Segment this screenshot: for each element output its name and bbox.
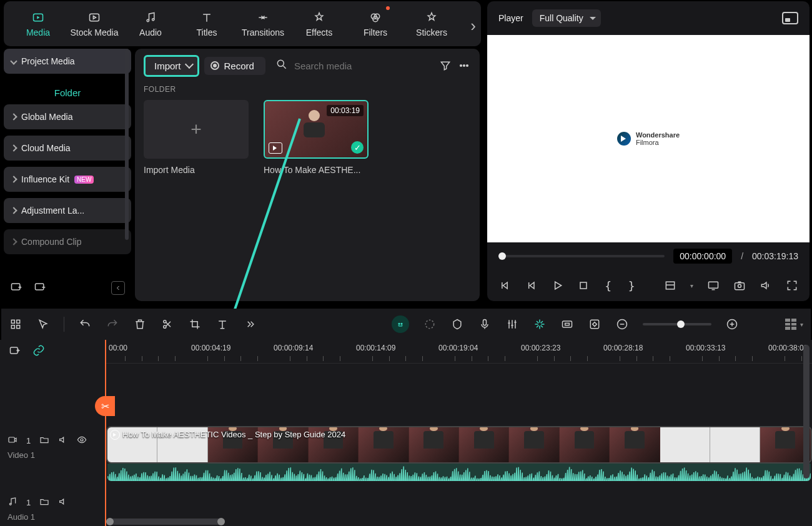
keyframe-button[interactable] — [588, 317, 602, 331]
timeline-vscrollbar[interactable] — [803, 345, 810, 479]
auto-button[interactable] — [423, 317, 437, 331]
svg-point-37 — [9, 504, 11, 505]
more-tabs[interactable]: › — [470, 16, 476, 36]
fullscreen-button[interactable] — [786, 279, 798, 292]
player-preview[interactable]: WondershareFilmora — [487, 35, 810, 242]
step-back-button[interactable] — [525, 279, 537, 292]
tab-audio[interactable]: Audio — [122, 4, 179, 44]
media-icon — [31, 10, 46, 25]
ruler-tick: 00:00:19:04 — [438, 344, 478, 352]
select-tool[interactable] — [36, 317, 50, 331]
player-progress: 00:00:00:00 / 00:03:19:13 — [487, 242, 810, 270]
mixer-button[interactable] — [505, 317, 519, 331]
remove-folder-icon[interactable] — [34, 280, 46, 295]
tab-media[interactable]: Media — [10, 4, 66, 44]
split-button[interactable] — [161, 317, 174, 331]
scissors-playhead-button[interactable]: ✂ — [95, 396, 115, 416]
mute-button[interactable] — [58, 497, 68, 509]
collapse-sidebar[interactable] — [111, 281, 125, 295]
record-button[interactable]: Record — [204, 57, 265, 75]
mic-button[interactable] — [478, 317, 492, 331]
tab-effects[interactable]: Effects — [291, 4, 347, 44]
progress-bar[interactable] — [498, 255, 665, 257]
svg-rect-19 — [11, 320, 14, 323]
sidebar-item-adjustment-layer[interactable]: Adjustment La... — [4, 198, 131, 223]
timeline-hscrollbar[interactable] — [106, 519, 225, 525]
svg-point-26 — [401, 323, 402, 324]
video-track-head: 1 Video 1 — [0, 424, 105, 471]
crop-button[interactable] — [188, 317, 202, 331]
export-frame-button[interactable] — [560, 317, 574, 331]
delete-button[interactable] — [133, 317, 147, 331]
media-clip-card[interactable]: 00:03:19 ✓ How To Make AESTHE... — [264, 100, 369, 175]
search-input[interactable] — [294, 61, 394, 71]
play-button[interactable] — [551, 279, 563, 292]
folder-icon[interactable] — [39, 435, 49, 447]
ai-assistant-button[interactable] — [392, 315, 409, 333]
svg-point-2 — [147, 19, 149, 21]
new-folder-icon[interactable] — [10, 280, 22, 295]
display-button[interactable] — [707, 279, 720, 292]
visibility-button[interactable] — [77, 435, 87, 447]
tab-stock-media[interactable]: Stock Media — [66, 4, 122, 44]
view-toggle[interactable]: ▾ — [785, 319, 803, 330]
mark-in-button[interactable]: { — [603, 279, 613, 292]
tab-label: Effects — [306, 27, 333, 37]
ruler-tick: 00:00:38:08 — [768, 344, 808, 352]
svg-point-12 — [467, 65, 468, 67]
media-toolbar: Import Record — [135, 49, 480, 82]
tracks-area[interactable]: 00:0000:00:04:1900:00:09:1400:00:14:0900… — [105, 340, 812, 526]
folder-icon[interactable] — [39, 497, 49, 509]
player-panel: Player Full Quality WondershareFilmora 0… — [487, 1, 810, 301]
chevron-down-icon[interactable]: ▾ — [690, 282, 693, 289]
mute-button[interactable] — [58, 435, 68, 447]
sidebar-item-global-media[interactable]: Global Media — [4, 104, 131, 129]
import-media-card[interactable]: + Import Media — [144, 100, 249, 175]
svg-rect-35 — [9, 437, 14, 442]
render-button[interactable] — [533, 317, 547, 331]
tab-stickers[interactable]: Stickers — [404, 4, 460, 44]
text-button[interactable] — [215, 317, 229, 331]
undo-button[interactable] — [78, 317, 92, 331]
zoom-slider[interactable] — [643, 323, 711, 325]
picture-in-picture-icon[interactable] — [782, 12, 798, 24]
zoom-in-button[interactable] — [725, 317, 739, 331]
ruler-tick: 00:00:28:18 — [603, 344, 643, 352]
time-separator: / — [741, 251, 743, 261]
filter-icon[interactable] — [438, 59, 452, 72]
ruler-tick: 00:00:04:19 — [191, 344, 230, 352]
more-tools[interactable] — [243, 317, 257, 331]
grid-tool[interactable] — [9, 317, 22, 331]
zoom-out-button[interactable] — [615, 317, 629, 331]
add-track-button[interactable] — [9, 344, 21, 359]
snapshot-button[interactable] — [733, 279, 746, 292]
tab-titles[interactable]: Titles — [179, 4, 235, 44]
redo-button[interactable] — [106, 317, 119, 331]
stickers-icon — [424, 10, 439, 25]
more-options-icon[interactable] — [457, 59, 471, 72]
import-button[interactable]: Import — [144, 55, 199, 77]
mark-out-button[interactable]: } — [627, 279, 637, 292]
marker-button[interactable] — [450, 317, 464, 331]
zoom-handle[interactable] — [677, 320, 685, 328]
progress-handle[interactable] — [498, 252, 506, 260]
sidebar-item-cloud-media[interactable]: Cloud Media — [4, 136, 131, 161]
tab-transitions[interactable]: Transitions — [235, 4, 291, 44]
sidebar-item-compound-clip[interactable]: Compound Clip — [4, 229, 131, 254]
sidebar-scrollbar[interactable] — [125, 49, 129, 240]
sidebar-item-influence-kit[interactable]: Influence KitNEW — [4, 167, 131, 192]
tab-filters[interactable]: Filters — [347, 4, 404, 44]
video-track-row: 1 Video 1 How To Make AESTHETIC Videos _… — [105, 424, 812, 471]
stop-button[interactable] — [577, 279, 590, 292]
video-clip[interactable]: How To Make AESTHETIC Videos _ Step by S… — [107, 427, 811, 462]
media-section-header: FOLDER — [135, 82, 480, 100]
layout-button[interactable] — [664, 279, 676, 292]
prev-frame-button[interactable] — [498, 279, 511, 292]
sidebar-item-project-media[interactable]: Project Media — [4, 49, 131, 74]
quality-select[interactable]: Full Quality — [532, 9, 601, 27]
time-ruler[interactable]: 00:0000:00:04:1900:00:09:1400:00:14:0900… — [105, 340, 812, 364]
volume-button[interactable] — [760, 279, 772, 292]
sidebar-folder-label[interactable]: Folder — [4, 80, 131, 104]
svg-point-10 — [460, 65, 462, 67]
link-button[interactable] — [32, 344, 45, 359]
